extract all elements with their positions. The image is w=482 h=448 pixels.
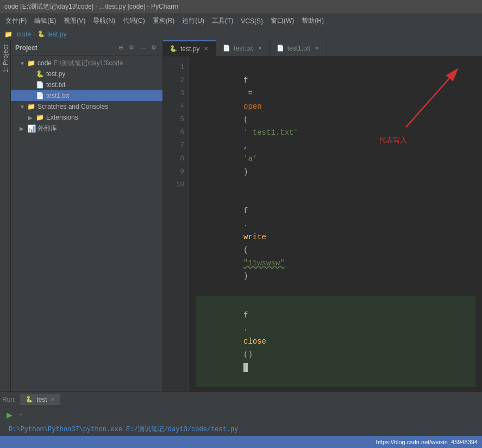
- label-root: code: [37, 59, 52, 67]
- menu-file[interactable]: 文件(F): [2, 15, 30, 27]
- tab-txt-icon-1: 📄: [223, 45, 230, 52]
- run-output: D:\Python\Python37\python.exe E:/测试笔记/da…: [0, 422, 482, 436]
- status-bar: https://blog.csdn.net/weixin_45948394: [0, 436, 482, 448]
- icon-test-py: 🐍: [36, 70, 45, 78]
- tab-test-py[interactable]: 🐍 test.py ✕: [163, 40, 216, 56]
- icon-test-txt: 📄: [36, 81, 45, 89]
- tab-test-txt-close[interactable]: ✕: [256, 45, 263, 52]
- line-num-4: 4: [163, 100, 184, 113]
- status-right: https://blog.csdn.net/weixin_45948394: [376, 439, 478, 445]
- breadcrumb-file[interactable]: test.py: [47, 30, 66, 38]
- tab-test-py-close[interactable]: ✕: [203, 45, 209, 52]
- menu-tools[interactable]: 工具(T): [209, 15, 236, 27]
- panel-header: Project ⊕ ⚙ — ⚙: [11, 40, 162, 55]
- tree-item-root[interactable]: ▼ 📁 code E:\测试笔记\day13\code: [11, 58, 162, 69]
- run-tab-bar: Run: 🐍 test ✕: [0, 392, 482, 407]
- code-line-3: f . close (): [196, 296, 475, 387]
- breadcrumb-file-icon: 🐍: [37, 30, 45, 38]
- tab-test1-txt-label: test1.txt: [287, 45, 310, 52]
- project-vertical-label[interactable]: 1: Project: [2, 45, 9, 72]
- panel-icons: ⊕ ⚙ — ⚙: [117, 43, 158, 52]
- tree-area: ▼ 📁 code E:\测试笔记\day13\code 🐍 test.py: [11, 55, 162, 391]
- menu-edit[interactable]: 编辑(E): [31, 15, 59, 27]
- line-num-6: 6: [163, 126, 184, 139]
- sidebar: Project ⊕ ⚙ — ⚙ ▼ 📁 code E:\测试笔记\day13\c…: [11, 40, 163, 391]
- menu-window[interactable]: 窗口(W): [267, 15, 297, 27]
- var-f: f: [243, 76, 248, 85]
- menu-view[interactable]: 视图(V): [60, 15, 89, 27]
- code-line-4: [198, 387, 473, 391]
- menu-navigate[interactable]: 导航(N): [90, 15, 118, 27]
- menu-bar: 文件(F) 编辑(E) 视图(V) 导航(N) 代码(C) 重构(R) 运行(U…: [0, 14, 482, 28]
- sidebar-project-label[interactable]: 1: Project: [0, 40, 11, 391]
- cursor: [243, 363, 248, 372]
- breadcrumb-folder-icon: 📁: [4, 30, 13, 38]
- menu-refactor[interactable]: 重构(R): [149, 15, 178, 27]
- label-ext-lib: 外部库: [37, 124, 57, 133]
- line-num-10: 10: [163, 178, 184, 191]
- run-tab[interactable]: 🐍 test ✕: [20, 394, 60, 405]
- tab-bar: 🐍 test.py ✕ 📄 test.txt ✕ 📄 test1.txt ✕: [163, 40, 482, 57]
- str-write-content: "11wswsw": [243, 259, 285, 267]
- run-tab-icon: 🐍: [26, 396, 33, 403]
- run-scroll-button[interactable]: ↑: [17, 410, 25, 420]
- tree-item-extensions[interactable]: ▶ 📁 Extensions: [11, 112, 162, 123]
- line-numbers: 1 2 3 4 5 6 7 8 9 10: [163, 57, 189, 391]
- editor-area: 🐍 test.py ✕ 📄 test.txt ✕ 📄 test1.txt ✕ 1…: [163, 40, 482, 391]
- panel-title: Project: [15, 44, 37, 52]
- gear-icon[interactable]: ⚙: [149, 43, 158, 52]
- code-editor[interactable]: 1 2 3 4 5 6 7 8 9 10 f = open ( ' te: [163, 57, 482, 391]
- label-root-path: E:\测试笔记\day13\code: [52, 59, 123, 68]
- run-bar: Run: 🐍 test ✕ ▶ ↑ D:\Python\Python37\pyt…: [0, 391, 482, 436]
- hide-icon[interactable]: —: [138, 43, 147, 52]
- label-test-py: test.py: [46, 70, 65, 78]
- tree-item-test-txt[interactable]: 📄 test.txt: [11, 79, 162, 90]
- label-test1-txt: test1.txt: [46, 92, 69, 99]
- icon-root: 📁: [27, 59, 36, 67]
- run-tab-name: test: [36, 396, 47, 403]
- tab-test-txt[interactable]: 📄 test.txt ✕: [216, 40, 270, 56]
- arrow-root: ▼: [20, 60, 27, 66]
- tree-item-ext-lib[interactable]: ▶ 📊 外部库: [11, 123, 162, 134]
- run-output-line: D:\Python\Python37\python.exe E:/测试笔记/da…: [9, 426, 238, 433]
- tree-item-test1-txt[interactable]: 📄 test1.txt: [11, 90, 162, 101]
- tab-test1-txt-close[interactable]: ✕: [314, 45, 320, 52]
- line-num-8: 8: [163, 152, 184, 165]
- icon-scratches: 📁: [27, 103, 36, 110]
- var-f2: f: [243, 207, 248, 215]
- title-bar: code [E:\测试笔记\day13\code] - ...\test.py …: [0, 0, 482, 14]
- tree-item-test-py[interactable]: 🐍 test.py: [11, 69, 162, 79]
- tree-item-scratches[interactable]: ▼ 📁 Scratches and Consoles: [11, 101, 162, 112]
- line-num-7: 7: [163, 139, 184, 152]
- label-extensions: Extensions: [46, 114, 78, 121]
- tab-test1-txt[interactable]: 📄 test1.txt ✕: [270, 40, 327, 56]
- var-f3: f: [243, 311, 248, 320]
- tab-py-icon: 🐍: [170, 45, 177, 52]
- method-close: close: [243, 337, 266, 346]
- tab-test-py-label: test.py: [180, 45, 199, 53]
- collapse-icon[interactable]: ⊕: [117, 43, 125, 52]
- arrow-scratches: ▼: [20, 104, 27, 110]
- run-tab-close[interactable]: ✕: [51, 396, 55, 402]
- func-open: open: [243, 102, 262, 111]
- label-test-txt: test.txt: [46, 81, 65, 89]
- menu-run[interactable]: 运行(U): [179, 15, 208, 27]
- run-play-button[interactable]: ▶: [4, 409, 15, 420]
- label-scratches: Scratches and Consoles: [37, 103, 108, 110]
- line-num-2: 2: [163, 74, 184, 87]
- method-write: write: [243, 233, 266, 241]
- menu-code[interactable]: 代码(C): [120, 15, 148, 27]
- arrow-extensions: ▶: [28, 115, 36, 121]
- menu-vcs[interactable]: VCS(S): [237, 16, 266, 26]
- settings-icon[interactable]: ⚙: [127, 43, 136, 52]
- main-area: 1: Project Project ⊕ ⚙ — ⚙ ▼ 📁: [0, 40, 482, 391]
- str-mode: 'a': [243, 154, 257, 163]
- line-num-1: 1: [163, 61, 184, 74]
- breadcrumb-code[interactable]: code: [17, 30, 31, 38]
- run-label: Run:: [2, 396, 16, 403]
- icon-extensions: 📁: [36, 114, 45, 121]
- tab-test-txt-label: test.txt: [234, 45, 253, 52]
- menu-help[interactable]: 帮助(H): [298, 15, 327, 27]
- code-content[interactable]: f = open ( ' test1.txt' , 'a' ) f . writ…: [189, 57, 482, 391]
- run-controls: ▶ ↑: [0, 407, 482, 422]
